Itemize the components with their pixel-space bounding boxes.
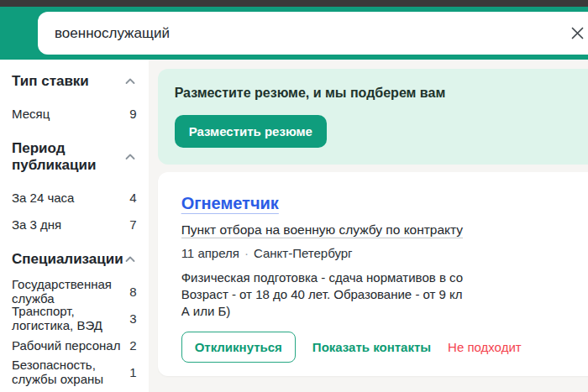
filter-count: 3 [129,311,136,326]
filter-item-24h[interactable]: За 24 часа 4 [12,189,137,206]
description-line: Возраст - от 18 до 40 лет. Образование -… [181,286,588,303]
chevron-up-icon[interactable] [123,253,137,266]
section-header[interactable]: Период публикации [12,140,137,174]
description-line: А или Б) [181,303,588,320]
publish-date: 11 апреля [181,246,239,260]
filter-count: 2 [129,338,136,353]
filter-item-government-service[interactable]: Государственная служба 8 [12,283,137,300]
company-row: Пункт отбора на военную службу по контра… [181,222,588,238]
results-column: Разместите резюме, и мы подберем вам Раз… [149,60,588,392]
filter-count: 9 [129,107,136,121]
filter-item-3days[interactable]: За 3 дня 7 [12,216,137,233]
resume-promo-banner: Разместите резюме, и мы подберем вам Раз… [158,69,588,165]
section-header[interactable]: Специализации [12,251,137,268]
filters-sidebar: Тип ставки Месяц 9 Период публикации За … [0,60,149,392]
filter-label: За 3 дня [12,217,61,232]
filter-count: 7 [129,217,136,232]
filter-item-security[interactable]: Безопасность, службы охраны 1 [12,363,137,380]
vacancy-location: Санкт-Петербург [254,246,353,260]
dot-separator: · [244,246,249,260]
search-input[interactable] [38,12,588,55]
not-suitable-link[interactable]: Не подходит [448,340,522,354]
system-top-strip [0,0,588,7]
filter-label: Рабочий персонал [12,338,120,353]
section-title: Тип ставки [12,73,89,90]
filter-section-specializations: Специализации Государственная служба 8 Т… [12,251,137,380]
filter-label: Месяц [12,107,50,121]
filter-label: Государственная служба [12,277,129,306]
filter-count: 1 [129,365,136,379]
date-location-row: 11 апреля·Санкт-Петербург [181,246,588,260]
content-area: Тип ставки Месяц 9 Период публикации За … [0,60,588,392]
respond-button[interactable]: Откликнуться [181,332,296,363]
filter-section-publication-period: Период публикации За 24 часа 4 За 3 дня … [12,140,137,233]
description-line: Физическая подготовка - сдача нормативов… [181,269,588,286]
chevron-up-icon[interactable] [123,150,137,164]
section-title: Период публикации [12,140,123,174]
vacancy-title-link[interactable]: Огнеметчик [181,194,279,213]
filter-item-transport-logistics[interactable]: Транспорт, логистика, ВЭД 3 [12,310,137,327]
app-header [0,7,588,60]
show-contacts-link[interactable]: Показать контакты [312,340,431,354]
post-resume-button[interactable]: Разместить резюме [175,115,327,148]
company-link[interactable]: Пункт отбора на военную службу по контра… [181,222,463,238]
search-bar[interactable] [38,12,588,55]
banner-text: Разместите резюме, и мы подберем вам [175,86,588,101]
filter-section-rate-type: Тип ставки Месяц 9 [12,73,137,122]
filter-item-workers[interactable]: Рабочий персонал 2 [12,337,137,353]
chevron-up-icon[interactable] [123,75,137,88]
filter-count: 8 [129,285,136,299]
vacancy-description: Физическая подготовка - сдача нормативов… [181,269,588,320]
section-header[interactable]: Тип ставки [12,73,137,90]
filter-label: За 24 часа [12,191,74,205]
filter-label: Транспорт, логистика, ВЭД [12,304,129,332]
vacancy-card: Огнеметчик Пункт отбора на военную служб… [158,172,588,376]
vacancy-actions: Откликнуться Показать контакты Не подход… [181,332,588,363]
filter-label: Безопасность, службы охраны [12,358,129,386]
filter-count: 4 [129,191,136,205]
section-title: Специализации [12,251,123,268]
clear-search-icon[interactable] [570,25,585,41]
filter-item-month[interactable]: Месяц 9 [12,105,137,122]
